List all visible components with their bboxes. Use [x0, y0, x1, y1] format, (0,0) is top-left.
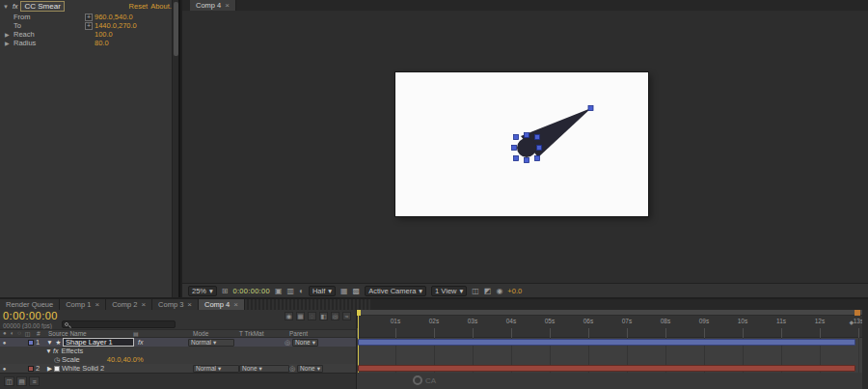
view-layout-select[interactable]: 1 View ▾: [431, 286, 467, 296]
search-box[interactable]: [62, 320, 176, 328]
point-picker-icon[interactable]: +: [85, 14, 93, 21]
fx-switch-icon[interactable]: fx: [138, 339, 143, 346]
effect-reset-link[interactable]: Reset: [129, 2, 149, 11]
mode-column-header[interactable]: Mode: [193, 330, 239, 337]
zoom-select[interactable]: 25% ▾: [188, 286, 217, 296]
param-value[interactable]: 1440.0,270.0: [95, 21, 137, 30]
shy-icon[interactable]: ◌: [308, 312, 316, 320]
current-time-display[interactable]: 0:00:00:00: [3, 310, 58, 321]
effect-name[interactable]: CC Smear: [20, 1, 64, 12]
layer-bar-shape-layer-1[interactable]: [358, 339, 855, 346]
effect-expander-icon[interactable]: ▼: [3, 4, 10, 10]
comp-marker-bin-icon[interactable]: ◆: [849, 319, 854, 325]
timeline-vertical-scrollbar[interactable]: [862, 310, 868, 389]
smear-blob[interactable]: [517, 138, 536, 157]
stopwatch-icon[interactable]: ◷: [52, 356, 62, 364]
time-ruler[interactable]: 01s 02s 03s 04s 05s 06s 07s 08s 09s 10s …: [357, 310, 862, 338]
channels-icon[interactable]: ◐: [299, 286, 304, 296]
param-expander-icon[interactable]: ▶: [5, 31, 12, 38]
timeline-track-area: 01s 02s 03s 04s 05s 06s 07s 08s 09s 10s …: [357, 310, 868, 389]
tab-render-queue[interactable]: Render Queue: [0, 299, 60, 310]
ruler-label: 09s: [699, 318, 709, 324]
resolution-select[interactable]: Half ▾: [309, 286, 336, 296]
graph-editor-icon[interactable]: ≈: [342, 312, 351, 320]
toggle-switches-modes-icon[interactable]: ≡: [29, 376, 40, 386]
parent-column-header[interactable]: Parent: [289, 330, 353, 337]
transparency-grid-icon[interactable]: ▩: [353, 286, 361, 296]
tab-comp-2[interactable]: Comp 2 ×: [106, 299, 152, 310]
layer-name[interactable]: White Solid 2: [62, 364, 139, 373]
param-value[interactable]: 80.0: [95, 39, 109, 47]
param-expander-icon[interactable]: ▶: [5, 40, 12, 46]
parent-select[interactable]: None ▾: [297, 365, 323, 373]
layer-color-chip[interactable]: [28, 366, 34, 372]
blend-mode-select[interactable]: Normal ▾: [188, 339, 234, 347]
tab-comp-1[interactable]: Comp 1 ×: [60, 299, 106, 310]
draft-3d-icon[interactable]: ▦: [296, 312, 305, 320]
visibility-toggle-icon[interactable]: ●: [0, 366, 9, 372]
pickwhip-icon[interactable]: ◎: [285, 339, 290, 347]
property-group-label[interactable]: Effects: [61, 347, 83, 355]
property-label[interactable]: Scale: [62, 355, 80, 364]
layer-bar-white-solid-2[interactable]: [358, 365, 855, 372]
layer-switches[interactable]: fx: [134, 339, 188, 346]
close-icon[interactable]: ×: [141, 300, 146, 309]
trkmat-select[interactable]: None ▾: [239, 365, 289, 373]
layer-color-chip[interactable]: [28, 340, 34, 346]
point-picker-icon[interactable]: +: [85, 22, 93, 30]
close-icon[interactable]: ×: [187, 300, 192, 309]
property-group-row-effects[interactable]: ▼ fx Effects: [0, 347, 356, 355]
expand-transfer-icon[interactable]: ▤: [16, 376, 27, 386]
close-icon[interactable]: ×: [233, 300, 238, 309]
expand-switches-icon[interactable]: ◫: [4, 376, 14, 386]
snapshot-icon[interactable]: ▣: [275, 286, 283, 296]
work-area-end-handle[interactable]: [854, 310, 860, 316]
close-icon[interactable]: ×: [95, 300, 99, 309]
safe-margins-icon[interactable]: ⊞: [222, 286, 229, 296]
source-name-column-header[interactable]: Source Name: [48, 330, 133, 337]
pickwhip-icon[interactable]: ◎: [289, 365, 295, 373]
tab-comp-4-timeline[interactable]: Comp 4 ×: [199, 299, 245, 310]
trkmat-column-header[interactable]: T TrkMat: [239, 330, 289, 337]
composition-viewport[interactable]: [395, 72, 648, 216]
panel-drag-grip[interactable]: [245, 299, 370, 310]
scrollbar-thumb[interactable]: [174, 2, 178, 56]
group-expander-icon[interactable]: ▼: [44, 347, 53, 354]
chevron-down-icon: ▾: [328, 287, 332, 295]
param-value[interactable]: 100.0: [95, 30, 113, 39]
exposure-value[interactable]: +0.0: [507, 287, 522, 295]
show-snapshot-icon[interactable]: ▥: [287, 286, 295, 296]
effect-controls-scrollbar[interactable]: [172, 0, 178, 297]
property-row-scale[interactable]: ◷ Scale 40.0,40.0%: [0, 355, 356, 364]
tab-comp-4[interactable]: Comp 4 ×: [190, 0, 236, 11]
comp-timecode[interactable]: 0:00:00:00: [232, 287, 269, 295]
fast-preview-icon[interactable]: ◩: [484, 286, 492, 296]
layer-expander-icon[interactable]: ▶: [45, 365, 54, 373]
param-value[interactable]: 960.0,540.0: [95, 13, 133, 21]
layer-row-white-solid-2[interactable]: ● 2 ▶ White Solid 2 Normal ▾: [0, 364, 356, 373]
layer-row-shape-layer-1[interactable]: ● 1 ▼ ★ Shape Layer 1 fx Normal ▾: [0, 338, 356, 347]
layer-expander-icon[interactable]: ▼: [45, 339, 54, 346]
live-update-icon[interactable]: ◉: [285, 312, 293, 320]
tab-label: Comp 3: [158, 300, 183, 309]
tab-comp-3[interactable]: Comp 3 ×: [152, 299, 199, 310]
work-area-bar[interactable]: [357, 310, 862, 316]
zoom-value: 25%: [192, 287, 206, 295]
blend-mode-select[interactable]: Normal ▾: [193, 365, 239, 373]
layer-name-edit-field[interactable]: Shape Layer 1: [63, 338, 134, 347]
pixel-aspect-icon[interactable]: ◫: [472, 286, 479, 296]
composition-panel: Comp 4 ×: [182, 0, 868, 297]
visibility-toggle-icon[interactable]: ●: [0, 340, 9, 346]
close-icon[interactable]: ×: [225, 1, 230, 10]
motion-blur-icon[interactable]: ◎: [331, 312, 339, 320]
scale-value[interactable]: 40.0,40.0%: [107, 355, 144, 364]
region-of-interest-icon[interactable]: ▦: [340, 286, 348, 296]
parent-select[interactable]: None ▾: [292, 339, 318, 347]
chevron-down-icon: ▾: [419, 287, 422, 295]
tab-label: Comp 4: [204, 300, 230, 309]
timeline-body: 0:00:00:00 00000 (30.00 fps) ◉ ▦ ◌ ◧ ◎ ≈: [0, 310, 868, 389]
camera-select[interactable]: Active Camera ▾: [365, 286, 426, 296]
frame-blend-icon[interactable]: ◧: [319, 312, 328, 320]
search-input[interactable]: [71, 321, 173, 327]
exposure-icon[interactable]: ◉: [496, 286, 502, 296]
